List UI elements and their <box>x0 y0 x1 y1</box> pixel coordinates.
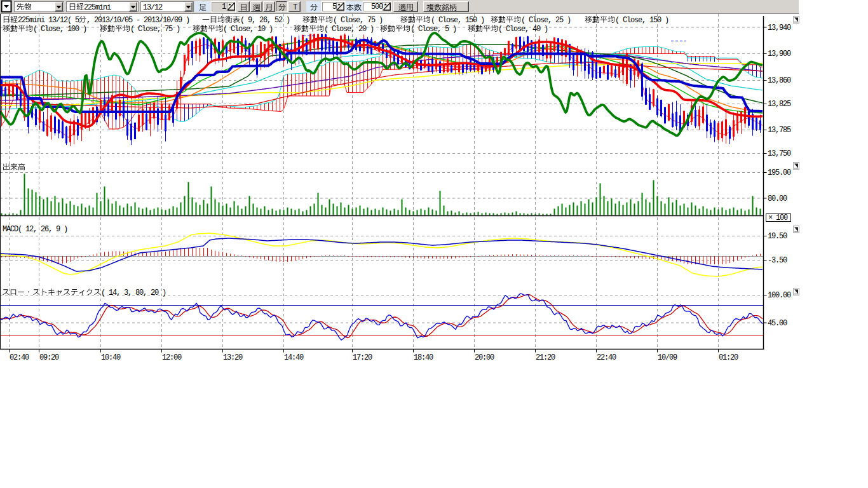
svg-text:80.00: 80.00 <box>768 194 787 203</box>
svg-text:18:40: 18:40 <box>414 353 433 362</box>
svg-text:, 2013/10/05 - 2013/10/09 ): , 2013/10/05 - 2013/10/09 ) <box>86 16 189 25</box>
svg-text:( Close, 5 ): ( Close, 5 ) <box>410 25 456 34</box>
svg-text:13,825: 13,825 <box>768 100 791 109</box>
svg-text:( 9, 26, 52 ): ( 9, 26, 52 ) <box>240 16 290 25</box>
svg-text:( Close, 150 ): ( Close, 150 ) <box>431 16 484 25</box>
svg-text:195.00: 195.00 <box>768 168 791 177</box>
svg-text:-3.50: -3.50 <box>768 256 787 265</box>
svg-text:( 14, 3, 80, 20 ): ( 14, 3, 80, 20 ) <box>101 288 166 297</box>
svg-text:20:00: 20:00 <box>475 353 494 362</box>
svg-text:MACD( 12, 26, 9 ): MACD( 12, 26, 9 ) <box>3 225 67 234</box>
svg-text:( Close, 40 ): ( Close, 40 ) <box>498 25 548 34</box>
svg-text:( Close, 150 ): ( Close, 150 ) <box>615 16 668 25</box>
svg-text:13,940: 13,940 <box>768 24 791 32</box>
svg-text:45.00: 45.00 <box>768 319 787 328</box>
svg-text:225mini 13/12( 5: 225mini 13/12( 5 <box>18 16 79 25</box>
svg-text:( Close, 75 ): ( Close, 75 ) <box>130 25 180 34</box>
svg-text:( Close, 75 ): ( Close, 75 ) <box>333 16 383 25</box>
svg-text:( Close, 20 ): ( Close, 20 ) <box>324 25 374 34</box>
svg-text:13:20: 13:20 <box>223 353 243 362</box>
svg-text:100.00: 100.00 <box>768 291 791 300</box>
svg-text:12:00: 12:00 <box>162 353 182 362</box>
svg-text:02:40: 02:40 <box>10 353 29 362</box>
svg-text:13,785: 13,785 <box>768 126 791 135</box>
svg-text:01:20: 01:20 <box>719 353 738 362</box>
svg-text:10:40: 10:40 <box>101 353 121 362</box>
svg-text:500: 500 <box>371 3 383 11</box>
svg-text:( Close, 10 ): ( Close, 10 ) <box>223 25 273 34</box>
svg-text:× 100: × 100 <box>768 214 788 222</box>
svg-text:1: 1 <box>222 3 226 11</box>
svg-text:( Close, 25 ): ( Close, 25 ) <box>521 16 571 25</box>
svg-text:22:40: 22:40 <box>597 353 616 362</box>
svg-text:19.50: 19.50 <box>768 232 787 241</box>
svg-text:225mini: 225mini <box>84 3 111 12</box>
svg-text:21:20: 21:20 <box>536 353 555 362</box>
svg-text:13,860: 13,860 <box>768 76 791 85</box>
svg-text:13,750: 13,750 <box>768 149 791 158</box>
svg-text:13,900: 13,900 <box>768 50 791 58</box>
svg-text:( Close, 100 ): ( Close, 100 ) <box>33 25 86 34</box>
svg-text:T: T <box>293 3 297 12</box>
svg-text:14:40: 14:40 <box>284 353 304 362</box>
svg-text:10/09: 10/09 <box>658 353 677 362</box>
svg-text:5: 5 <box>332 3 337 11</box>
svg-text:13/12: 13/12 <box>143 3 163 12</box>
svg-text:17:20: 17:20 <box>353 353 372 362</box>
svg-text:09:20: 09:20 <box>39 353 59 362</box>
